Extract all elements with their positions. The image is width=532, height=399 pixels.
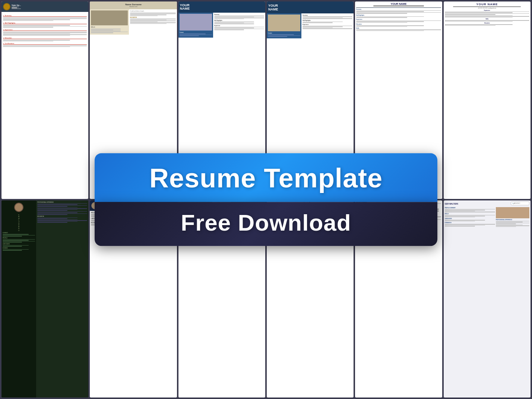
architect-header: GER WALTERS 🔍 ARCHITECT xyxy=(445,202,529,206)
contact-section: CONTACT xyxy=(3,232,35,234)
right-col: Summary Skill Highlights Experience xyxy=(301,13,354,38)
section-edu: Education xyxy=(3,37,87,39)
summary-label: Summary xyxy=(356,9,441,10)
skills2-label: Skills xyxy=(356,28,441,29)
card-header: YOUR NAME +91 XXX XXX XXX | xyx@gmail.co… xyxy=(445,3,529,9)
section-cert: Certifications xyxy=(3,42,87,45)
contact-info xyxy=(12,7,21,9)
resume-card-financial[interactable]: YOUR NAME +91 XXX XXX XXX | xyx@gmail.co… xyxy=(444,1,531,199)
contact-line: +91 XXX XXX XXX | xyx@gmail.com xyxy=(445,7,529,9)
banner-subtitle-block[interactable]: Free Download xyxy=(95,202,437,246)
hobbies-section: HOBBIES xyxy=(3,247,35,249)
banner-title-block[interactable]: Resume Template xyxy=(95,153,437,202)
card-header: YOUR NAME xyxy=(356,3,441,8)
card-body: Contact Summary Skill Highlights Experie… xyxy=(267,13,354,38)
prof-exp-section: PROFESSIONAL EXPERIENCE xyxy=(496,219,529,221)
skills-label: Skill Highlights xyxy=(356,15,441,16)
right-panel: PROFESSIONAL EXPERIENCE EDUCATION xyxy=(36,200,88,398)
avatar xyxy=(3,3,10,10)
banner-title-text: Resume Template xyxy=(113,164,419,193)
left-panel: CONSULTANT CONTACT PROFILE LANGUAGES HOB… xyxy=(1,200,36,398)
banner-subtitle-text: Free Download xyxy=(113,210,419,235)
student-job: Student Job xyxy=(91,6,175,7)
photo xyxy=(268,15,300,31)
architect-photo xyxy=(496,207,529,218)
consultant-avatar xyxy=(14,203,23,212)
card-body: Summary Skill Highlights Experience Educ… xyxy=(1,12,88,49)
left-col: Contact xyxy=(267,13,301,38)
profile-section: PROFILE xyxy=(3,237,35,239)
card-name: Vipin Ver... xyxy=(12,4,21,6)
edu-header: EDUCATION xyxy=(37,216,87,217)
your-name: YOURNAME xyxy=(268,4,352,11)
skills-section: SKILLS xyxy=(445,213,495,215)
search-label: ARCHITECT xyxy=(514,203,520,204)
overlay-banner: Resume Template Free Download xyxy=(95,153,437,246)
card-header: YOURNAME xyxy=(178,1,265,13)
photo xyxy=(180,14,212,31)
card-header: YOURNAME xyxy=(267,1,354,13)
your-name: YOURNAME xyxy=(180,4,264,10)
card-layout: CONSULTANT CONTACT PROFILE LANGUAGES HOB… xyxy=(1,200,88,398)
exp-label: Experience xyxy=(356,19,441,20)
prof-exp-header: PROFESSIONAL EXPERIENCE xyxy=(37,202,87,203)
section-skills: Skill Highlights xyxy=(3,22,87,24)
card-body: SKILLS Cordial and fashion-forward... ED… xyxy=(90,9,177,35)
exp-header: Expierence xyxy=(445,10,529,11)
skills-header: Skills xyxy=(445,18,529,20)
architect-name: GER WALTERS xyxy=(445,203,458,205)
card-top: Name Surname Student Job xyxy=(90,1,177,9)
consultant-label-wrap: CONSULTANT xyxy=(3,213,35,231)
your-name: YOUR NAME xyxy=(356,3,441,5)
architect-search[interactable]: 🔍 ARCHITECT xyxy=(511,202,529,205)
right-col: Cordial and fashion-forward... EDUCATION xyxy=(129,9,177,35)
resume-card-consultant[interactable]: CONSULTANT CONTACT PROFILE LANGUAGES HOB… xyxy=(1,200,88,398)
architect-body: PROFILE SUMMARY SKILLS LANGUAGES FORMATI… xyxy=(445,207,529,228)
right-col: PROFESSIONAL EXPERIENCE xyxy=(496,207,529,228)
left-col: SKILLS xyxy=(90,9,129,35)
your-name-financial: YOUR NAME xyxy=(445,3,529,6)
photo xyxy=(91,10,128,25)
edu-header: Education xyxy=(445,22,529,24)
left-col: PROFILE SUMMARY SKILLS LANGUAGES FORMATI… xyxy=(445,207,495,228)
profile-section: PROFILE SUMMARY xyxy=(445,207,495,209)
consultant-label: CONSULTANT xyxy=(18,213,20,231)
resume-card-architect[interactable]: GER WALTERS 🔍 ARCHITECT PROFILE SUMMARY … xyxy=(444,200,531,398)
resume-card-vipin[interactable]: Vipin Ver... Summary Skill Highlights xyxy=(1,1,88,199)
formation-section: FORMATION xyxy=(445,222,495,224)
section-summary: Summary xyxy=(3,15,87,17)
left-col: Contact xyxy=(178,13,213,38)
edu-label: Education xyxy=(356,23,441,25)
section-exp: Experience xyxy=(3,29,87,31)
right-col: Summary Skill Highlights Experience xyxy=(213,13,265,38)
main-container: Vipin Ver... Summary Skill Highlights xyxy=(0,0,532,399)
lang-section: LANGUAGES xyxy=(3,243,35,245)
lang-section: LANGUAGES xyxy=(445,218,495,219)
card-body: Contact Summary Skill Highlights Experie… xyxy=(178,13,265,38)
